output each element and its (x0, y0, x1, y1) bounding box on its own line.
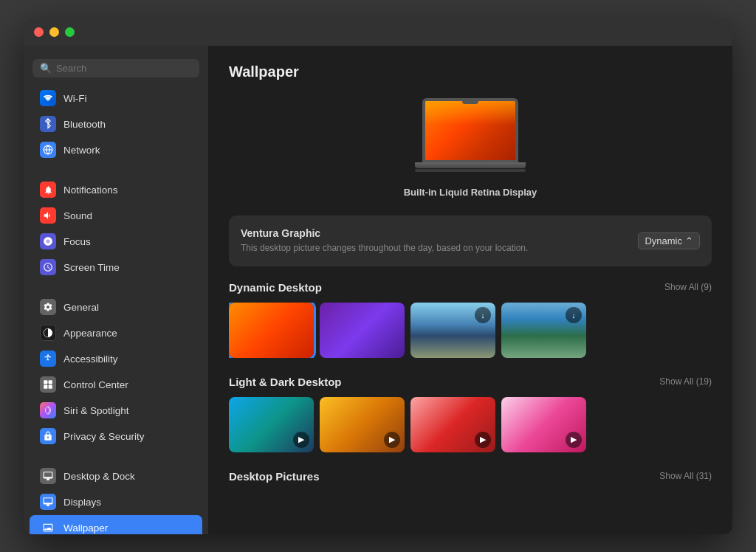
focus-icon (40, 233, 56, 249)
desktop-pictures-title: Desktop Pictures (229, 470, 320, 483)
wallpaper-thumb-light1[interactable]: ▶ (229, 397, 314, 452)
sidebar-item-general-label: General (63, 302, 99, 313)
sidebar-item-focus[interactable]: Focus (30, 229, 202, 254)
display-preview: Built-in Liquid Retina Display (229, 98, 712, 198)
close-button[interactable] (34, 27, 44, 37)
sidebar-item-appearance[interactable]: Appearance (30, 320, 202, 345)
svg-rect-4 (44, 380, 47, 384)
svg-rect-6 (44, 385, 47, 389)
sidebar-item-wallpaper[interactable]: Wallpaper (30, 515, 202, 534)
laptop-base (415, 162, 526, 168)
sidebar-item-notifications[interactable]: Notifications (30, 177, 202, 202)
display-label: Built-in Liquid Retina Display (404, 187, 537, 198)
dynamic-desktop-grid: ↓ ↓ (229, 303, 712, 358)
sidebar-item-wifi[interactable]: Wi-Fi (30, 86, 202, 111)
download-icon: ↓ (475, 307, 491, 323)
sidebar-item-siri[interactable]: Siri & Spotlight (30, 398, 202, 423)
general-icon (40, 299, 56, 315)
wifi-icon (40, 90, 56, 106)
page-title: Wallpaper (229, 63, 712, 80)
sidebar-item-desktop[interactable]: Desktop & Dock (30, 463, 202, 489)
wallpaper-thumb-light2[interactable]: ▶ (320, 397, 405, 452)
wallpaper-mode-select[interactable]: Dynamic ⌃ (638, 232, 700, 249)
wallpaper-thumb-big-sur[interactable]: ↓ (501, 303, 586, 358)
sidebar-item-desktop-label: Desktop & Dock (63, 471, 135, 482)
desktop-pictures-show-all[interactable]: Show All (31) (659, 471, 712, 481)
desktop-pictures-header: Desktop Pictures Show All (31) (229, 470, 712, 483)
system-preferences-window: 🔍 Wi-Fi Bluetooth (24, 18, 732, 534)
sidebar-item-accessibility-label: Accessibility (63, 353, 118, 365)
light-dark-grid: ▶ ▶ ▶ ▶ (229, 397, 712, 452)
light-dark-header: Light & Dark Desktop Show All (19) (229, 376, 712, 388)
sidebar-item-screentime[interactable]: Screen Time (30, 255, 202, 280)
sidebar-group-system: Notifications Sound Focus (24, 176, 208, 280)
sidebar-item-privacy-label: Privacy & Security (63, 431, 145, 442)
minimize-button[interactable] (49, 27, 59, 37)
wallpaper-thumb-monterey-coast[interactable]: ↓ (410, 303, 495, 358)
sidebar-item-privacy[interactable]: Privacy & Security (30, 424, 202, 449)
wallpaper-thumb-ventura-purple[interactable] (320, 303, 405, 358)
sidebar-item-displays[interactable]: Displays (30, 489, 202, 514)
download-icon-2: ↓ (566, 307, 582, 323)
svg-point-8 (46, 407, 51, 414)
maximize-button[interactable] (65, 27, 75, 37)
sidebar-item-wallpaper-label: Wallpaper (63, 522, 108, 534)
sidebar-group-display: Desktop & Dock Displays Wallpaper (24, 463, 208, 534)
dynamic-desktop-header: Dynamic Desktop Show All (9) (229, 281, 712, 294)
wallpaper-name-group: Ventura Graphic This desktop picture cha… (241, 227, 528, 255)
svg-rect-5 (49, 380, 52, 384)
privacy-icon (40, 428, 56, 444)
bluetooth-icon (40, 116, 56, 132)
sidebar-item-network[interactable]: Network (30, 137, 202, 162)
sound-icon (40, 207, 56, 224)
play-icon-3: ▶ (475, 432, 491, 448)
light-dark-show-all[interactable]: Show All (19) (659, 376, 712, 387)
sidebar-item-sound[interactable]: Sound (30, 203, 202, 228)
accessibility-icon (40, 351, 56, 367)
play-icon-4: ▶ (566, 432, 582, 448)
laptop-notch (462, 100, 478, 104)
svg-point-3 (47, 354, 49, 356)
light-dark-title: Light & Dark Desktop (229, 376, 342, 388)
play-icon-2: ▶ (384, 432, 400, 448)
sidebar-item-wifi-label: Wi-Fi (63, 93, 86, 104)
sidebar-group-network: Wi-Fi Bluetooth Network (24, 85, 208, 163)
svg-rect-7 (49, 385, 52, 389)
sidebar-item-sound-label: Sound (63, 210, 92, 221)
search-box[interactable]: 🔍 (32, 59, 199, 77)
sidebar-item-general[interactable]: General (30, 294, 202, 320)
sidebar-item-screentime-label: Screen Time (63, 262, 120, 273)
sidebar-item-focus-label: Focus (63, 236, 91, 247)
screentime-icon (40, 259, 56, 275)
wallpaper-thumb-ventura-orange[interactable] (229, 303, 314, 358)
search-icon: 🔍 (40, 63, 52, 74)
sidebar-item-controlcenter-label: Control Center (63, 379, 128, 390)
sidebar-item-siri-label: Siri & Spotlight (63, 405, 129, 416)
main-content: Wallpaper Built-in Liquid Retina Display… (208, 46, 732, 534)
sidebar-item-displays-label: Displays (63, 497, 101, 508)
dynamic-desktop-show-all[interactable]: Show All (9) (664, 282, 712, 292)
wallpaper-info-card: Ventura Graphic This desktop picture cha… (229, 215, 712, 266)
wallpaper-card-header: Ventura Graphic This desktop picture cha… (241, 227, 700, 255)
wallpaper-thumb-light4[interactable]: ▶ (501, 397, 586, 452)
titlebar (24, 18, 732, 46)
controlcenter-icon (40, 376, 56, 393)
window-content: 🔍 Wi-Fi Bluetooth (24, 46, 732, 534)
siri-icon (40, 402, 56, 418)
search-input[interactable] (56, 63, 192, 74)
appearance-icon (40, 325, 56, 341)
wallpaper-thumb-light3[interactable]: ▶ (410, 397, 495, 452)
displays-icon (40, 494, 56, 510)
laptop-graphic (415, 98, 526, 179)
sidebar-item-bluetooth-label: Bluetooth (63, 119, 106, 130)
sidebar-item-bluetooth[interactable]: Bluetooth (30, 111, 202, 137)
sidebar-item-notifications-label: Notifications (63, 184, 118, 196)
wallpaper-description: This desktop picture changes throughout … (241, 242, 528, 255)
laptop-foot (415, 169, 526, 172)
sidebar-item-network-label: Network (63, 145, 100, 156)
sidebar-item-appearance-label: Appearance (63, 328, 117, 339)
sidebar-item-controlcenter[interactable]: Control Center (30, 372, 202, 397)
sidebar-item-accessibility[interactable]: Accessibility (30, 346, 202, 371)
search-container: 🔍 (24, 53, 208, 85)
laptop-screen (422, 98, 518, 163)
